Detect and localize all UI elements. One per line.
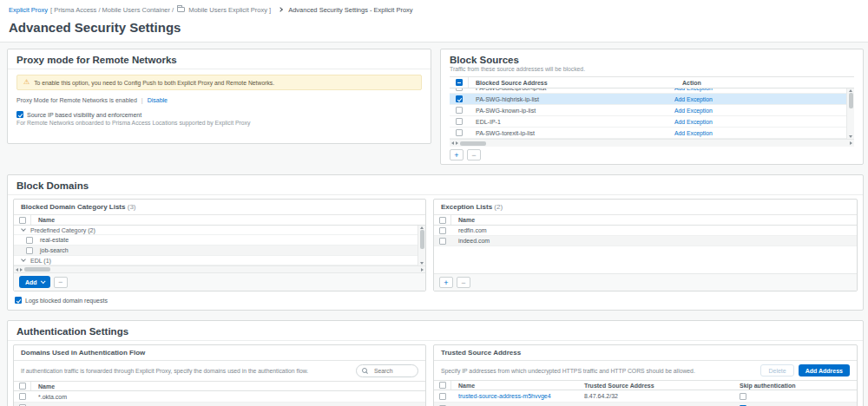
col-name: Name xyxy=(451,217,857,223)
row-checkbox[interactable] xyxy=(456,129,463,136)
proxy-mode-status-text: Proxy Mode for Remote Networks is enable… xyxy=(16,97,137,103)
log-blocked-domains-checkbox[interactable] xyxy=(15,297,22,304)
blocked-domain-category-lists-panel: Blocked Domain Category Lists (3) Name P… xyxy=(13,199,426,291)
add-exception-link[interactable]: Add Exception xyxy=(674,130,713,136)
scrollbar-thumb[interactable] xyxy=(420,230,424,249)
exception-lists-title: Exception Lists xyxy=(441,203,492,211)
proxy-mode-status: Proxy Mode for Remote Networks is enable… xyxy=(16,97,422,103)
folder-icon xyxy=(177,7,185,12)
col-blocked-source-address: Blocked Source Address xyxy=(469,80,679,86)
col-name: Name xyxy=(451,383,584,389)
source-ip-checkbox-label: Source IP based visibility and enforceme… xyxy=(27,112,141,118)
select-all-checkbox[interactable] xyxy=(456,79,463,86)
vertical-scrollbar[interactable] xyxy=(846,88,854,139)
horizontal-scrollbar[interactable] xyxy=(14,265,425,272)
search-box[interactable] xyxy=(356,364,418,377)
block-sources-panel: Block Sources Traffic from these source … xyxy=(440,49,864,165)
remove-row-button[interactable]: − xyxy=(54,277,68,288)
add-exception-link[interactable]: Add Exception xyxy=(674,88,713,91)
category-lists-count: (3) xyxy=(128,203,136,211)
source-ip-checkbox[interactable] xyxy=(16,111,23,118)
select-all-checkbox[interactable] xyxy=(439,217,446,224)
chevron-down-icon xyxy=(40,278,45,284)
table-row[interactable]: PA-SWG-torexit-ip-list Add Exception xyxy=(450,128,846,139)
row-checkbox[interactable] xyxy=(439,238,446,245)
add-address-button[interactable]: Add Address xyxy=(799,364,850,377)
auth-domains-description: If authentication traffic is forwarded t… xyxy=(21,368,308,374)
table-row[interactable]: redfin.com xyxy=(434,226,857,236)
remove-row-button[interactable]: − xyxy=(457,277,470,288)
add-row-button[interactable]: + xyxy=(450,149,464,160)
select-all-checkbox[interactable] xyxy=(439,382,446,389)
delete-button[interactable]: Delete xyxy=(760,364,793,377)
table-row[interactable]: indeed.com xyxy=(434,236,857,246)
row-checkbox[interactable] xyxy=(26,247,33,254)
row-checkbox[interactable] xyxy=(19,393,26,400)
config-push-warning: ⚠ To enable this option, you need to Con… xyxy=(16,75,422,90)
scroll-right-icon[interactable] xyxy=(421,268,424,272)
search-input[interactable] xyxy=(372,367,412,375)
table-row[interactable]: trusted-source-address-m5hvvge4 8.47.64.… xyxy=(434,390,857,403)
table-row[interactable]: *.okta.com xyxy=(14,391,425,403)
table-row[interactable]: EDL-IP-1 Add Exception xyxy=(450,116,846,128)
vertical-scrollbar[interactable] xyxy=(418,226,425,265)
scroll-right-icon[interactable] xyxy=(456,141,458,145)
row-checkbox[interactable] xyxy=(26,237,33,244)
col-action: Action xyxy=(679,80,854,86)
group-row-predefined-category[interactable]: Predefined Category (2) xyxy=(14,226,425,235)
group-row-edl[interactable]: EDL (1) xyxy=(14,256,425,265)
chevron-right-icon xyxy=(278,7,283,12)
table-row[interactable]: test123 192.168.20.5/24 xyxy=(434,403,857,406)
list-item[interactable]: real-estate xyxy=(14,235,425,246)
chevron-down-icon[interactable] xyxy=(21,257,26,262)
block-sources-title: Block Sources xyxy=(441,49,863,66)
add-row-button[interactable]: + xyxy=(439,277,453,288)
row-checkbox[interactable] xyxy=(456,95,463,102)
breadcrumb-folder-item: Mobile Users Explicit Proxy ] xyxy=(188,6,271,14)
scroll-down-icon[interactable] xyxy=(849,135,852,138)
list-item[interactable]: job-search xyxy=(14,246,425,256)
auth-domains-title: Domains Used in Authentication Flow xyxy=(14,345,425,361)
skip-auth-checkbox[interactable] xyxy=(740,393,746,400)
col-skip-authentication: Skip authentication xyxy=(727,383,857,389)
select-all-checkbox[interactable] xyxy=(19,383,26,390)
category-lists-header: Name xyxy=(14,215,425,226)
select-all-checkbox[interactable] xyxy=(19,217,26,224)
add-button[interactable]: Add xyxy=(19,276,50,288)
scrollbar-thumb[interactable] xyxy=(24,267,50,272)
scroll-right-icon[interactable] xyxy=(20,268,23,272)
row-checkbox[interactable] xyxy=(456,118,463,125)
block-sources-table-header: Blocked Source Address Action xyxy=(450,77,854,88)
breadcrumb-current: Advanced Security Settings - Explicit Pr… xyxy=(288,6,412,14)
horizontal-scrollbar[interactable] xyxy=(450,139,854,147)
row-checkbox[interactable] xyxy=(456,107,463,114)
scroll-down-icon[interactable] xyxy=(420,262,424,265)
scroll-left-icon[interactable] xyxy=(16,268,18,272)
block-sources-subtitle: Traffic from these source addresses will… xyxy=(441,66,863,76)
page-title: Advanced Security Settings xyxy=(9,20,859,35)
add-exception-link[interactable]: Add Exception xyxy=(674,96,713,102)
auth-domains-header: Name xyxy=(14,381,425,391)
breadcrumb-link-explicit-proxy[interactable]: Explicit Proxy xyxy=(9,6,48,14)
disable-link[interactable]: Disable xyxy=(148,97,168,103)
scrollbar-thumb[interactable] xyxy=(849,93,853,108)
table-row[interactable]: PA-SWG-highrisk-ip-list Add Exception xyxy=(450,94,846,105)
scroll-right-icon[interactable] xyxy=(850,141,852,145)
table-row[interactable]: PA-SWG-known-ip-list Add Exception xyxy=(450,105,846,116)
row-checkbox[interactable] xyxy=(439,393,446,400)
row-checkbox[interactable] xyxy=(439,227,446,234)
add-exception-link[interactable]: Add Exception xyxy=(674,108,713,114)
table-row[interactable]: *.oktacdn.com xyxy=(14,403,425,406)
trusted-address-link[interactable]: trusted-source-address-m5hvvge4 xyxy=(458,393,551,399)
content: Proxy mode for Remote Networks ⚠ To enab… xyxy=(0,43,868,406)
chevron-down-icon[interactable] xyxy=(21,226,26,232)
remove-row-button[interactable]: − xyxy=(467,149,481,160)
add-exception-link[interactable]: Add Exception xyxy=(674,119,713,125)
scroll-left-icon[interactable] xyxy=(451,141,454,145)
auth-domains-panel: Domains Used in Authentication Flow If a… xyxy=(13,344,426,406)
title-bar: Advanced Security Settings xyxy=(0,19,868,43)
col-name: Name xyxy=(31,217,425,223)
row-checkbox[interactable] xyxy=(456,88,463,91)
scrollbar-thumb[interactable] xyxy=(460,141,486,146)
block-domains-title: Block Domains xyxy=(8,175,863,195)
